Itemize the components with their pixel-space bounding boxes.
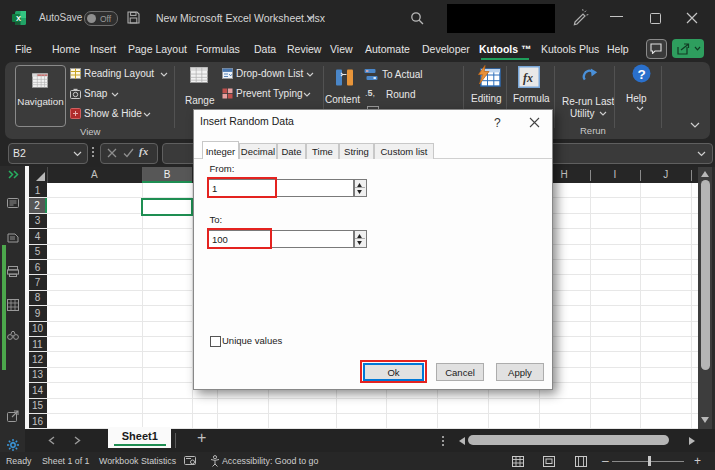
svg-text:fx: fx [523,71,533,85]
svg-text:?: ? [638,67,646,82]
svg-text:X: X [16,14,21,23]
